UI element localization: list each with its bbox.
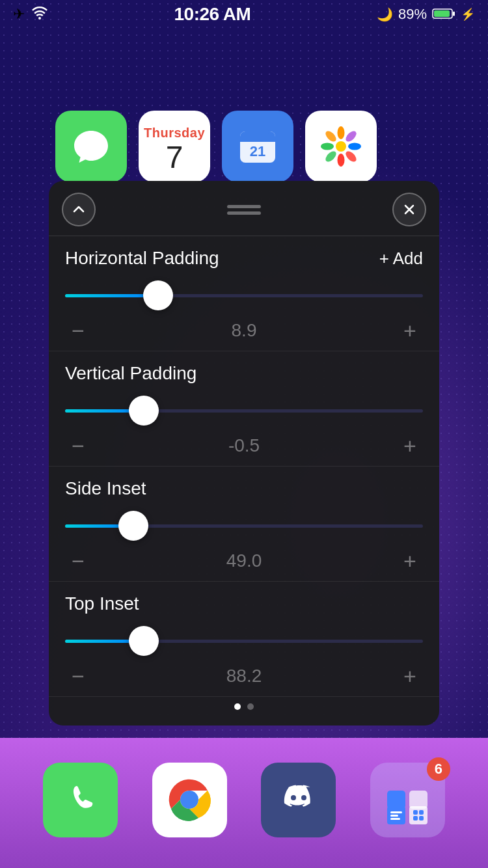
vertical-padding-slider[interactable] (65, 394, 423, 427)
svg-point-14 (324, 129, 338, 144)
settings-panel: Horizontal Padding + Add − 8.9 + Vertica… (49, 181, 439, 726)
top-inset-section: Top Inset − 88.2 + (49, 582, 439, 697)
svg-point-20 (182, 792, 197, 807)
vertical-padding-thumb[interactable] (129, 396, 159, 426)
app-row: Thursday 7 21 (55, 111, 488, 182)
svg-point-17 (324, 150, 338, 164)
calendar-day: Thursday (144, 120, 205, 142)
svg-point-11 (338, 154, 345, 167)
dock: 6 (0, 738, 488, 868)
svg-point-16 (344, 129, 359, 144)
svg-rect-5 (240, 137, 275, 142)
side-inset-thumb[interactable] (118, 511, 148, 541)
airplane-icon: ✈ (13, 6, 25, 23)
top-inset-value: 88.2 (226, 666, 262, 686)
side-inset-plus[interactable]: + (397, 550, 423, 572)
vertical-padding-header: Vertical Padding (65, 363, 423, 384)
svg-rect-26 (413, 810, 418, 815)
charging-icon: ⚡ (461, 7, 475, 21)
svg-rect-27 (419, 810, 424, 815)
svg-text:21: 21 (250, 143, 265, 159)
side-inset-title: Side Inset (65, 478, 146, 499)
side-inset-slider[interactable] (65, 509, 423, 542)
wifi-icon (31, 7, 48, 23)
app-icon-messages[interactable] (55, 111, 127, 182)
svg-rect-1 (453, 12, 455, 16)
top-inset-controls: − 88.2 + (65, 662, 423, 690)
svg-rect-8 (265, 129, 269, 135)
top-inset-slider[interactable] (65, 625, 423, 657)
dock-icon-discord[interactable] (261, 763, 336, 837)
svg-point-15 (344, 150, 359, 164)
collapse-button[interactable] (62, 193, 96, 226)
vertical-padding-title: Vertical Padding (65, 363, 197, 384)
svg-rect-25 (409, 806, 427, 824)
svg-rect-22 (390, 811, 402, 813)
dock-icon-chrome[interactable] (152, 763, 227, 837)
svg-point-9 (336, 141, 346, 152)
top-inset-header: Top Inset (65, 593, 423, 614)
time-display: 10:26 AM (174, 4, 251, 25)
drag-handle[interactable] (227, 205, 261, 215)
svg-point-10 (338, 126, 345, 139)
svg-rect-2 (434, 10, 450, 17)
status-left: ✈ (13, 6, 48, 23)
horizontal-padding-section: Horizontal Padding + Add − 8.9 + (49, 236, 439, 351)
close-button[interactable] (392, 193, 426, 226)
svg-rect-28 (413, 816, 418, 821)
svg-rect-24 (390, 818, 400, 820)
page-dots (49, 697, 439, 712)
side-inset-section: Side Inset − 49.0 + (49, 467, 439, 582)
battery-percentage: 89% (398, 6, 427, 23)
horizontal-padding-title: Horizontal Padding (65, 248, 219, 269)
calendar-date: 7 (144, 142, 205, 173)
app-icon-calendar[interactable]: Thursday 7 (139, 111, 210, 182)
horizontal-padding-controls: − 8.9 + (65, 317, 423, 344)
side-inset-controls: − 49.0 + (65, 547, 423, 575)
svg-point-13 (348, 143, 361, 150)
status-bar: ✈ 10:26 AM 🌙 89% ⚡ (0, 0, 488, 29)
horizontal-padding-minus[interactable]: − (65, 319, 91, 342)
side-inset-minus[interactable]: − (65, 550, 91, 572)
top-inset-plus[interactable]: + (397, 665, 423, 687)
vertical-padding-value: -0.5 (228, 435, 260, 456)
side-inset-value: 49.0 (226, 550, 262, 571)
svg-rect-7 (247, 129, 251, 135)
widget-inner (387, 791, 427, 809)
add-button[interactable]: + Add (379, 249, 423, 269)
widget-badge: 6 (427, 757, 450, 781)
svg-point-12 (321, 143, 334, 150)
svg-rect-23 (390, 815, 398, 817)
battery-icon (432, 5, 455, 23)
horizontal-padding-thumb[interactable] (143, 280, 173, 310)
dock-icon-widget[interactable]: 6 (370, 763, 445, 837)
horizontal-padding-slider[interactable] (65, 279, 423, 312)
page-dot-1[interactable] (234, 703, 241, 710)
app-icon-calendar2[interactable]: 21 (222, 111, 293, 182)
status-right: 🌙 89% ⚡ (377, 5, 475, 23)
vertical-padding-controls: − -0.5 + (65, 432, 423, 459)
moon-icon: 🌙 (377, 7, 393, 22)
horizontal-padding-header: Horizontal Padding + Add (65, 248, 423, 269)
top-inset-thumb[interactable] (129, 626, 159, 656)
svg-rect-29 (419, 816, 424, 821)
vertical-padding-section: Vertical Padding − -0.5 + (49, 351, 439, 467)
side-inset-header: Side Inset (65, 478, 423, 499)
vertical-padding-plus[interactable]: + (397, 435, 423, 457)
top-inset-title: Top Inset (65, 593, 139, 614)
horizontal-padding-plus[interactable]: + (397, 319, 423, 342)
dock-icon-phone[interactable] (43, 763, 118, 837)
app-icon-photos[interactable] (305, 111, 377, 182)
page-dot-2[interactable] (247, 703, 254, 710)
top-inset-minus[interactable]: − (65, 665, 91, 687)
vertical-padding-minus[interactable]: − (65, 435, 91, 457)
panel-header (49, 181, 439, 236)
horizontal-padding-value: 8.9 (232, 320, 257, 341)
